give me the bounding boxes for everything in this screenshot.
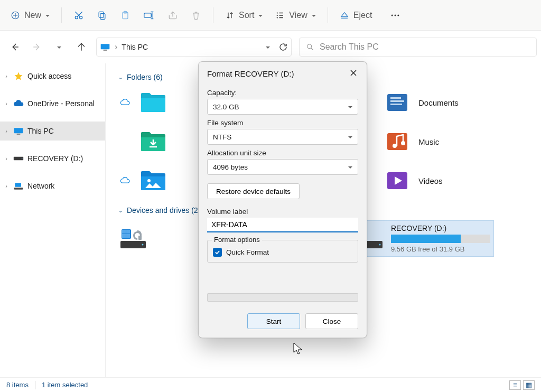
svg-point-8 — [277, 12, 278, 13]
details-view-toggle[interactable]: ≡ — [509, 380, 521, 390]
nav-recovery-drive[interactable]: › RECOVERY (D:) — [0, 149, 105, 168]
eject-button[interactable]: Eject — [334, 5, 378, 25]
folder-music[interactable]: Music — [383, 127, 525, 156]
copy-icon — [97, 10, 107, 21]
new-button[interactable]: New — [5, 5, 55, 25]
more-button[interactable] — [385, 5, 406, 25]
svg-rect-22 — [14, 188, 23, 189]
paste-icon — [120, 10, 130, 21]
svg-rect-17 — [14, 128, 23, 133]
eject-icon — [340, 11, 349, 20]
svg-rect-25 — [390, 100, 404, 102]
close-button[interactable]: Close — [305, 313, 358, 329]
svg-point-9 — [277, 14, 278, 15]
filesystem-label: File system — [207, 119, 358, 127]
share-icon — [167, 10, 178, 21]
forward-button[interactable] — [26, 36, 48, 58]
new-label: New — [24, 11, 41, 20]
plus-circle-icon — [11, 11, 20, 20]
nav-label: This PC — [27, 127, 54, 135]
capacity-label: Capacity: — [207, 89, 358, 97]
nav-this-pc[interactable]: › This PC — [0, 122, 105, 141]
status-item-count: 8 items — [6, 381, 29, 389]
up-button[interactable] — [71, 36, 92, 58]
svg-rect-38 — [126, 234, 130, 238]
svg-point-20 — [22, 158, 23, 159]
volume-label-label: Volume label — [207, 208, 358, 216]
close-icon — [350, 69, 357, 77]
capacity-combo[interactable]: 32.0 GB — [207, 99, 358, 115]
refresh-icon[interactable] — [278, 42, 288, 52]
chevron-down-icon — [348, 133, 352, 141]
restore-defaults-button[interactable]: Restore device defaults — [207, 183, 300, 199]
chevron-down-icon[interactable] — [266, 42, 270, 52]
sort-button[interactable]: Sort — [220, 5, 268, 25]
cloud-icon — [13, 100, 24, 107]
nav-quick-access[interactable]: › Quick access — [0, 67, 105, 86]
sort-icon — [225, 11, 235, 20]
svg-rect-7 — [144, 13, 151, 17]
quick-format-checkbox[interactable]: Quick Format — [213, 248, 352, 257]
network-icon — [13, 182, 24, 190]
chevron-down-icon — [57, 42, 61, 52]
capacity-bar — [391, 235, 490, 243]
chevron-down-icon — [348, 163, 352, 171]
delete-button[interactable] — [185, 5, 207, 25]
star-icon — [14, 71, 23, 81]
folder-documents[interactable]: Documents — [383, 88, 525, 117]
folder-label: Documents — [418, 98, 459, 107]
cut-button[interactable] — [68, 5, 89, 25]
nav-network[interactable]: › Network — [0, 176, 105, 195]
address-bar[interactable]: › This PC — [96, 38, 292, 57]
progress-bar — [207, 293, 358, 302]
view-button[interactable]: View — [270, 5, 321, 25]
format-dialog: Format RECOVERY (D:) Capacity: 32.0 GB F… — [198, 61, 367, 338]
quick-format-label: Quick Format — [226, 248, 269, 256]
svg-point-10 — [277, 17, 278, 18]
nav-label: OneDrive - Personal — [27, 99, 95, 108]
view-label: View — [289, 11, 307, 20]
svg-rect-3 — [100, 13, 105, 19]
svg-rect-23 — [387, 94, 407, 111]
chevron-down-icon — [258, 11, 263, 20]
back-button[interactable] — [4, 36, 25, 58]
svg-rect-24 — [390, 97, 401, 99]
rename-icon — [143, 10, 155, 21]
nav-label: RECOVERY (D:) — [27, 154, 83, 163]
cut-icon — [73, 10, 84, 21]
volume-label-input[interactable] — [207, 218, 358, 232]
breadcrumb[interactable]: This PC — [122, 43, 148, 51]
arrow-left-icon — [10, 42, 20, 52]
share-button[interactable] — [162, 5, 183, 25]
search-icon — [306, 43, 314, 51]
format-options-legend: Format options — [212, 236, 262, 244]
search-placeholder: Search This PC — [320, 42, 379, 52]
drive-recovery[interactable]: RECOVERY (D:) 9.56 GB free of 31.9 GB — [356, 221, 493, 256]
rename-button[interactable] — [138, 5, 160, 25]
svg-rect-26 — [390, 104, 402, 105]
filesystem-combo[interactable]: NTFS — [207, 129, 358, 145]
paste-button[interactable] — [115, 5, 136, 25]
arrow-right-icon — [32, 42, 42, 52]
tiles-view-toggle[interactable]: ▦ — [523, 380, 535, 390]
recent-locations-button[interactable] — [49, 36, 70, 58]
folder-videos[interactable]: Videos — [383, 166, 525, 195]
videos-icon — [385, 170, 409, 191]
svg-rect-14 — [101, 44, 110, 49]
svg-point-30 — [147, 179, 151, 182]
copy-button[interactable] — [91, 5, 113, 25]
arrow-up-icon — [77, 42, 86, 52]
folder-icon — [140, 92, 166, 113]
status-selected-count: 1 item selected — [42, 381, 88, 389]
svg-point-16 — [307, 44, 312, 49]
dialog-close-button[interactable] — [348, 67, 359, 80]
start-button[interactable]: Start — [247, 313, 300, 329]
allocation-combo[interactable]: 4096 bytes — [207, 159, 358, 175]
svg-point-41 — [379, 244, 381, 245]
allocation-label: Allocation unit size — [207, 149, 358, 157]
view-icon — [275, 11, 285, 20]
svg-point-12 — [395, 14, 396, 16]
nav-onedrive[interactable]: › OneDrive - Personal — [0, 94, 105, 113]
dialog-title: Format RECOVERY (D:) — [207, 69, 294, 78]
search-box[interactable]: Search This PC — [299, 38, 537, 57]
